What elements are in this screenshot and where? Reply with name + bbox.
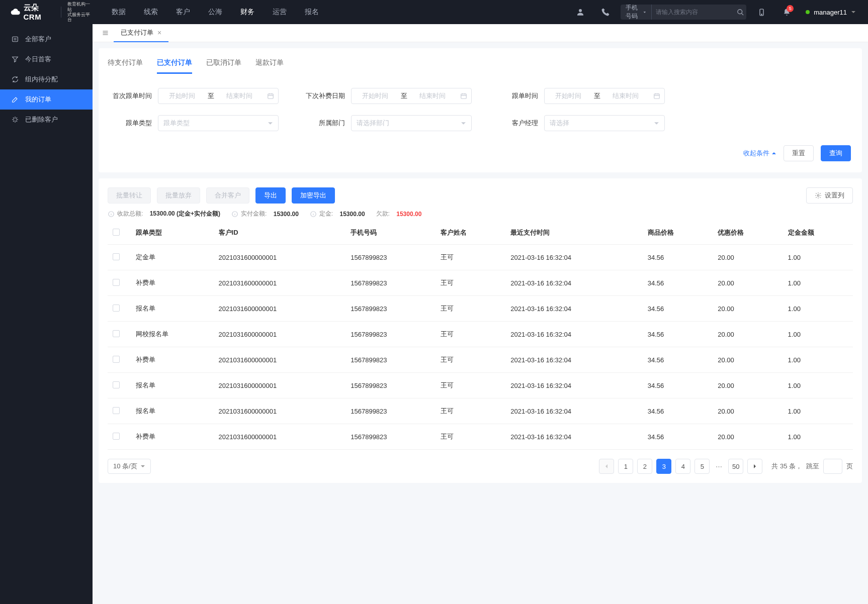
table-row[interactable]: 报名单20210316000000011567899823王可2021-03-1… [108, 296, 853, 322]
table-row[interactable]: 补费单20210316000000011567899823王可2021-03-1… [108, 270, 853, 296]
calendar-icon [456, 92, 471, 99]
person-icon[interactable] [570, 0, 590, 24]
close-icon[interactable]: × [157, 29, 161, 37]
page-num[interactable]: 3 [656, 459, 671, 474]
username: manager11 [814, 9, 847, 16]
row-checkbox[interactable] [113, 330, 120, 337]
cell-disc: 20.00 [713, 424, 783, 450]
cell-price: 34.56 [643, 322, 713, 347]
sidebar-item[interactable]: 我的订单 [0, 89, 93, 110]
top-nav-item[interactable]: 数据 [103, 0, 135, 24]
select-placeholder: 请选择 [550, 119, 569, 128]
label-next-fee: 下次补费日期 [303, 91, 345, 100]
cell-type: 报名单 [131, 296, 214, 322]
top-nav-item[interactable]: 报名 [296, 0, 328, 24]
row-checkbox[interactable] [113, 407, 120, 414]
page-tab-label: 已支付订单 [121, 28, 153, 37]
table-row[interactable]: 报名单20210316000000011567899823王可2021-03-1… [108, 373, 853, 398]
bell-icon[interactable]: 5 [776, 0, 797, 24]
range-sep: 至 [592, 91, 602, 100]
top-nav-item[interactable]: 线索 [135, 0, 167, 24]
follow-type-select[interactable]: 跟单类型 [158, 115, 279, 131]
search-input[interactable] [652, 9, 735, 16]
table-row[interactable]: 补费单20210316000000011567899823王可2021-03-1… [108, 347, 853, 373]
page-num[interactable]: 4 [675, 459, 690, 474]
row-checkbox[interactable] [113, 253, 120, 260]
sidebar-item[interactable]: 今日首客 [0, 49, 93, 69]
cell-type: 补费单 [131, 424, 214, 450]
bulk-transfer-button[interactable]: 批量转让 [108, 187, 151, 204]
manager-select[interactable]: 请选择 [544, 115, 665, 131]
page-size-select[interactable]: 10 条/页 [108, 459, 151, 474]
sidebar-item[interactable]: 组内待分配 [0, 69, 93, 89]
row-checkbox[interactable] [113, 381, 120, 388]
sub-tab[interactable]: 已支付订单 [157, 58, 192, 74]
select-all-checkbox[interactable] [113, 229, 120, 236]
search-button[interactable] [735, 5, 747, 20]
row-checkbox[interactable] [113, 305, 120, 312]
cell-name: 王可 [436, 424, 505, 450]
svg-point-1 [738, 9, 742, 14]
range-sep: 至 [399, 91, 409, 100]
svg-rect-5 [268, 94, 274, 98]
row-checkbox[interactable] [113, 433, 120, 440]
table-row[interactable]: 网校报名单20210316000000011567899823王可2021-03… [108, 322, 853, 347]
merge-client-button[interactable]: 合并客户 [206, 187, 249, 204]
sub-tab[interactable]: 待支付订单 [108, 58, 143, 74]
user-menu[interactable]: manager11 [802, 9, 860, 16]
page-last[interactable]: 50 [728, 459, 743, 474]
top-nav-item[interactable]: 客户 [167, 0, 199, 24]
top-nav-item[interactable]: 运营 [264, 0, 296, 24]
sidebar-toggle[interactable] [97, 24, 114, 42]
top-nav-item[interactable]: 公海 [199, 0, 231, 24]
collapse-filters-link[interactable]: 收起条件 [743, 149, 776, 158]
phone-icon[interactable] [595, 0, 616, 24]
cell-cid: 2021031600000001 [214, 424, 346, 450]
table-row[interactable]: 定金单20210316000000011567899823王可2021-03-1… [108, 245, 853, 270]
sidebar-item-label: 全部客户 [25, 35, 51, 44]
page-tab-paid[interactable]: 已支付订单 × [114, 24, 168, 42]
logo[interactable]: 云朵CRM 教育机构一站式服务云平台 [0, 2, 93, 22]
top-nav-item[interactable]: 财务 [231, 0, 264, 24]
reset-button[interactable]: 重置 [784, 145, 814, 161]
row-checkbox[interactable] [113, 356, 120, 363]
bulk-abandon-button[interactable]: 批量放弃 [157, 187, 200, 204]
row-checkbox[interactable] [113, 279, 120, 286]
users-icon [11, 35, 19, 43]
cell-phone: 1567899823 [345, 347, 436, 373]
jump-input[interactable] [823, 459, 842, 474]
col-header: 手机号码 [345, 221, 436, 245]
header-right: 手机号码 5 manager11 [570, 0, 860, 24]
svg-point-0 [579, 9, 582, 12]
page-num[interactable]: 2 [637, 459, 652, 474]
cell-type: 网校报名单 [131, 322, 214, 347]
dept-select[interactable]: 请选择部门 [351, 115, 472, 131]
label-first-follow: 首次跟单时间 [110, 91, 152, 100]
svg-rect-6 [461, 94, 467, 98]
page-num[interactable]: 1 [618, 459, 633, 474]
page-num[interactable]: 5 [695, 459, 710, 474]
follow-time-range[interactable]: 开始时间 至 结束时间 [544, 88, 665, 104]
sidebar-item[interactable]: 全部客户 [0, 29, 93, 49]
cell-type: 报名单 [131, 373, 214, 398]
encrypted-export-button[interactable]: 加密导出 [292, 187, 335, 204]
sidebar-item[interactable]: 已删除客户 [0, 110, 93, 130]
next-fee-range[interactable]: 开始时间 至 结束时间 [351, 88, 472, 104]
first-follow-range[interactable]: 开始时间 至 结束时间 [158, 88, 279, 104]
query-button[interactable]: 查询 [821, 145, 851, 161]
logo-text: 云朵CRM [24, 3, 55, 21]
export-button[interactable]: 导出 [255, 187, 286, 204]
label-follow-type: 跟单类型 [110, 119, 152, 128]
chevron-right-icon [752, 464, 757, 469]
col-header: 优惠价格 [713, 221, 783, 245]
page-prev[interactable] [599, 459, 614, 474]
table-row[interactable]: 补费单20210316000000011567899823王可2021-03-1… [108, 424, 853, 450]
columns-button[interactable]: 设置列 [806, 187, 853, 204]
search-type-select[interactable]: 手机号码 [621, 5, 651, 20]
cell-phone: 1567899823 [345, 245, 436, 270]
sub-tab[interactable]: 退款订单 [255, 58, 284, 74]
sub-tab[interactable]: 已取消订单 [206, 58, 241, 74]
table-row[interactable]: 报名单20210316000000011567899823王可2021-03-1… [108, 398, 853, 424]
page-next[interactable] [747, 459, 762, 474]
device-icon[interactable] [751, 0, 771, 24]
